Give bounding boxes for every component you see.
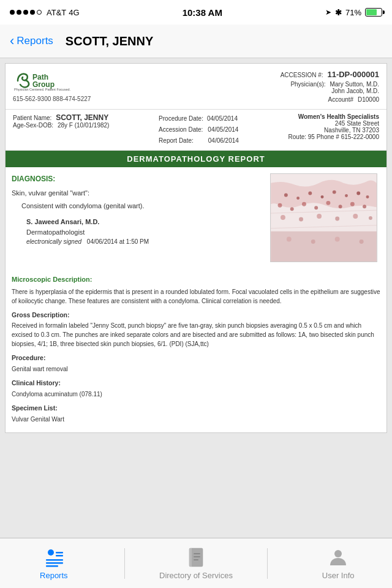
battery-fill (366, 9, 377, 15)
svg-point-33 (48, 549, 54, 556)
accession-label: ACCESSION #: 11-DP-000001 (281, 70, 379, 79)
svg-rect-38 (46, 565, 58, 567)
svg-point-22 (299, 217, 303, 222)
carrier-label: AT&T (47, 8, 66, 17)
histology-svg (271, 174, 377, 262)
network-label: 4G (69, 8, 79, 17)
procedure-header: Procedure: (12, 353, 380, 363)
specimen-header: Specimen List: (12, 404, 380, 413)
svg-point-30 (360, 239, 364, 244)
svg-point-18 (339, 205, 342, 208)
svg-point-15 (302, 202, 306, 206)
location-icon: ➤ (325, 8, 331, 17)
dot5 (37, 10, 42, 15)
nav-bar: ‹ Reports SCOTT, JENNY (0, 24, 392, 58)
accession-area: ACCESSION #: 11-DP-000001 Physician(s): … (281, 70, 379, 103)
tab-divider-2 (267, 548, 268, 579)
signal-dots (10, 10, 42, 15)
logo-area: Path Group Physician Centered. Patient F… (13, 70, 91, 102)
svg-point-26 (369, 216, 372, 220)
clinical-header: Clinical History: (12, 379, 380, 388)
svg-point-25 (353, 214, 358, 219)
battery-icon (365, 8, 382, 17)
tab-bar: Reports Directory of Services User (0, 538, 392, 588)
dot2 (17, 10, 21, 15)
histology-image-area (270, 173, 380, 262)
facility-route: Route: 95 Phone # 615-222-0000 (288, 134, 379, 140)
directory-tab-label: Directory of Services (159, 571, 233, 580)
dot3 (23, 10, 28, 15)
svg-point-9 (333, 190, 336, 194)
svg-point-5 (284, 194, 288, 197)
reports-icon (43, 547, 64, 568)
svg-point-17 (326, 201, 330, 205)
svg-point-16 (314, 206, 318, 209)
svg-rect-37 (46, 562, 63, 564)
back-arrow-icon: ‹ (10, 33, 14, 49)
diagnosis-text2: Consistent with condyloma (genital wart)… (12, 201, 264, 211)
report-header: Path Group Physician Centered. Patient F… (6, 64, 386, 110)
svg-point-21 (281, 215, 285, 220)
tab-reports[interactable]: Reports (17, 546, 91, 580)
status-left: AT&T 4G (10, 8, 80, 17)
svg-point-42 (334, 550, 342, 557)
physician2-line: John Jacob, M.D. (281, 88, 379, 94)
report-title-banner: DERMATOPATHOLOGY REPORT (6, 151, 386, 167)
dot4 (30, 10, 35, 15)
report-sections: Microscopic Description: There is hyperp… (6, 274, 386, 432)
patient-name-row: Patient Name: SCOTT, JENNY (13, 113, 109, 122)
gross-header: Gross Description: (12, 311, 380, 320)
doctor-name: S. Jaweed Ansari, M.D. (12, 217, 264, 227)
bluetooth-icon: ✱ (335, 8, 342, 17)
content-area[interactable]: Path Group Physician Centered. Patient F… (0, 58, 392, 538)
svg-point-24 (335, 217, 339, 221)
svg-point-23 (317, 214, 322, 219)
svg-rect-36 (46, 559, 63, 561)
facility-info: Women's Health Specialists 245 State Str… (288, 113, 379, 146)
tab-divider-1 (124, 548, 125, 579)
facility-city: Nashville, TN 37203 (288, 127, 379, 134)
userinfo-tab-icon (327, 546, 349, 568)
patient-dates: Procedure Date:04/05/2014 Accession Date… (159, 113, 239, 146)
page-title: SCOTT, JENNY (66, 34, 153, 48)
diagnosis-text1: Skin, vulvar genital "wart": (12, 188, 264, 198)
userinfo-tab-label: User Info (322, 571, 355, 580)
svg-text:Physician Centered. Patient Fo: Physician Centered. Patient Focused. (14, 88, 70, 91)
svg-point-28 (311, 239, 315, 244)
patient-age-row: Age-Sex-DOB: 28y F (10/01/1982) (13, 122, 109, 129)
microscopic-text: There is hyperplasia of the epidermis th… (12, 287, 380, 306)
svg-rect-34 (56, 552, 63, 554)
doctor-title: Dermatopathologist (12, 227, 264, 238)
procedure-text: Genital wart removal (12, 364, 380, 374)
physician-line: Physician(s): Mary Sutton, M.D. (281, 81, 379, 88)
microscopic-header: Microscopic Description: (12, 274, 380, 285)
status-bar: AT&T 4G 10:38 AM ➤ ✱ 71% (0, 0, 392, 24)
account-line: Account# D10000 (281, 96, 379, 103)
patient-info: Patient Name: SCOTT, JENNY Age-Sex-DOB: … (6, 110, 386, 151)
battery-percent: 71% (345, 8, 361, 17)
logo: Path Group Physician Centered. Patient F… (13, 70, 91, 92)
patient-name: SCOTT, JENNY (56, 113, 108, 122)
svg-point-14 (290, 207, 294, 211)
tab-userinfo[interactable]: User Info (301, 546, 375, 580)
status-right: ➤ ✱ 71% (325, 8, 382, 17)
svg-rect-40 (194, 556, 200, 557)
svg-point-13 (278, 203, 282, 208)
dot1 (10, 10, 15, 15)
back-button[interactable]: ‹ Reports (10, 34, 53, 49)
svg-point-11 (356, 192, 360, 195)
patient-left: Patient Name: SCOTT, JENNY Age-Sex-DOB: … (13, 113, 109, 146)
directory-icon (186, 547, 206, 568)
svg-rect-4 (271, 232, 377, 262)
tab-directory[interactable]: Directory of Services (159, 546, 233, 580)
svg-point-12 (366, 195, 369, 198)
diagnosis-header: DIAGNOSIS: (12, 173, 264, 184)
svg-point-20 (363, 205, 366, 208)
svg-point-29 (335, 237, 340, 242)
facility-name: Women's Health Specialists (288, 113, 379, 120)
diagnosis-section: DIAGNOSIS: Skin, vulvar genital "wart": … (12, 173, 264, 262)
svg-point-19 (350, 202, 355, 206)
clinical-text: Condyloma acuminatum (078.11) (12, 390, 380, 399)
back-label: Reports (17, 35, 53, 47)
report-card: Path Group Physician Centered. Patient F… (5, 63, 387, 433)
